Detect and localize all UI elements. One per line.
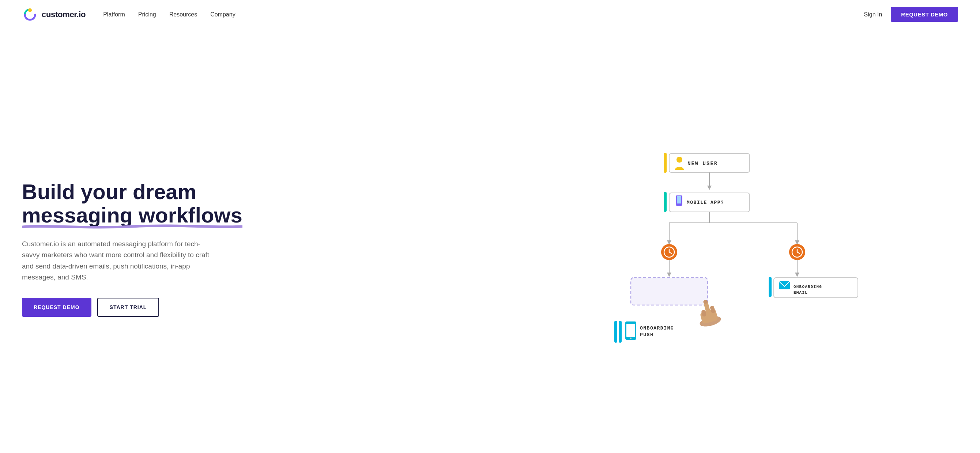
svg-text:NEW USER: NEW USER [687, 161, 718, 166]
svg-rect-10 [677, 196, 681, 203]
svg-marker-29 [795, 272, 799, 277]
request-demo-nav-button[interactable]: REQUEST DEMO [891, 7, 958, 22]
title-underline [22, 224, 242, 230]
nav-platform[interactable]: Platform [103, 11, 125, 18]
nav-links: Platform Pricing Resources Company [103, 11, 864, 18]
hero-buttons: REQUEST DEMO START TRIAL [22, 298, 476, 317]
nav-resources[interactable]: Resources [169, 11, 197, 18]
svg-rect-39 [627, 324, 635, 337]
start-trial-button[interactable]: START TRIAL [97, 298, 159, 317]
hero-title-line1: Build your dream [22, 180, 196, 203]
navbar: customer.io Platform Pricing Resources C… [0, 0, 980, 29]
hero-title-line2: messaging workflows [22, 203, 242, 227]
hero-section: Build your dream messaging workflows Cus… [0, 29, 980, 453]
workflow-diagram: NEW USER MOBILE APP? [490, 139, 958, 351]
svg-rect-1 [664, 153, 667, 173]
nav-company[interactable]: Company [210, 11, 235, 18]
hero-left: Build your dream messaging workflows Cus… [22, 173, 490, 316]
svg-rect-37 [619, 321, 622, 343]
hero-title: Build your dream messaging workflows [22, 180, 476, 227]
svg-text:ONBOARDING: ONBOARDING [794, 285, 822, 289]
svg-text:MOBILE APP?: MOBILE APP? [687, 200, 724, 205]
svg-rect-31 [768, 277, 772, 297]
logo-area[interactable]: customer.io [22, 6, 86, 23]
svg-rect-30 [631, 278, 708, 305]
svg-point-3 [676, 157, 682, 163]
request-demo-hero-button[interactable]: REQUEST DEMO [22, 298, 91, 317]
sign-in-link[interactable]: Sign In [864, 11, 882, 18]
svg-marker-27 [667, 272, 671, 277]
svg-text:PUSH: PUSH [640, 332, 654, 337]
svg-point-0 [28, 8, 32, 12]
svg-point-40 [630, 337, 632, 339]
svg-rect-7 [664, 192, 667, 212]
hero-right: NEW USER MOBILE APP? [490, 139, 958, 351]
logo-icon [22, 6, 38, 23]
svg-text:ONBOARDING: ONBOARDING [640, 326, 674, 331]
hero-description: Customer.io is an automated messaging pl… [22, 239, 212, 283]
svg-rect-36 [614, 321, 617, 343]
nav-pricing[interactable]: Pricing [138, 11, 156, 18]
nav-right: Sign In REQUEST DEMO [864, 7, 958, 22]
svg-marker-6 [707, 185, 711, 190]
logo-text: customer.io [42, 10, 86, 19]
svg-text:EMAIL: EMAIL [794, 290, 808, 295]
